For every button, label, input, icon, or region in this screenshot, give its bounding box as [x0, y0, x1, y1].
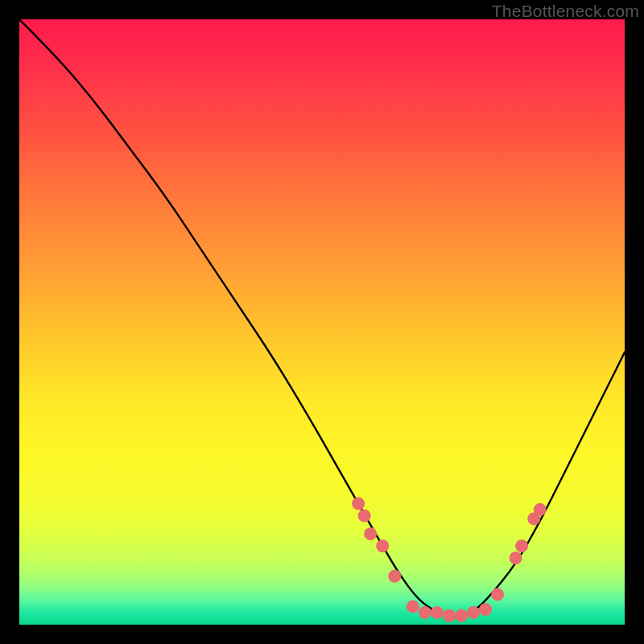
chart-frame — [19, 19, 625, 625]
bottleneck-curve-line — [19, 19, 625, 617]
threshold-marker — [419, 606, 431, 619]
threshold-marker — [431, 606, 444, 619]
threshold-marker — [443, 609, 456, 622]
threshold-marker — [358, 510, 371, 522]
threshold-marker — [510, 551, 522, 564]
threshold-marker — [376, 539, 389, 552]
threshold-marker — [479, 603, 492, 616]
threshold-marker — [364, 527, 377, 540]
threshold-marker — [534, 503, 547, 516]
threshold-marker — [515, 539, 528, 552]
brand-watermark: TheBottleneck.com — [492, 2, 639, 21]
threshold-marker-group — [352, 497, 547, 622]
threshold-marker — [352, 497, 365, 510]
threshold-marker — [407, 600, 419, 613]
threshold-marker — [467, 606, 480, 619]
threshold-marker — [388, 570, 401, 583]
threshold-marker — [491, 588, 504, 601]
chart-svg — [19, 19, 625, 625]
threshold-marker — [455, 609, 468, 622]
